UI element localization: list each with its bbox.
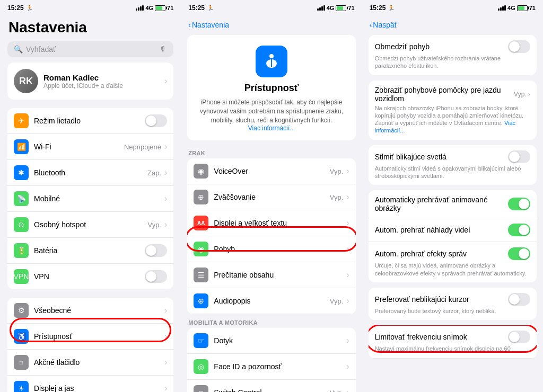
row-label: Všeobecné bbox=[34, 306, 164, 315]
user-profile-card[interactable]: RK Roman Kadlec Apple účet, iCloud+ a ďa… bbox=[7, 63, 173, 100]
stlmit-row[interactable]: Stlmiť blikajúce svetlá Automaticky stlm… bbox=[369, 145, 537, 185]
list-item[interactable]: ⚙ Všeobecné › bbox=[7, 298, 173, 324]
row-label: VPN bbox=[34, 272, 145, 281]
page-title: Nastavenia bbox=[0, 15, 181, 39]
touch-icon: ☞ bbox=[194, 333, 208, 348]
battery-icon bbox=[336, 5, 346, 11]
accessibility-header: Prístupnosť iPhone si môžete prispôsobiť… bbox=[187, 35, 355, 140]
settings-scroll[interactable]: Nastavenia 🔍 Vyhľadať 🎙 RK Roman Kadlec … bbox=[0, 15, 181, 392]
nav-back-label: Naspäť bbox=[373, 21, 397, 29]
accessibility-panel: ‹ Nastavenia Prístupnosť iPhone si môžet… bbox=[181, 15, 362, 392]
faceid-icon: ◎ bbox=[194, 359, 208, 374]
chevron-icon: › bbox=[346, 388, 349, 392]
pohyb-section-4: Automaticky prehrávať animované obrázky … bbox=[369, 190, 537, 282]
action-button-icon: □ bbox=[14, 355, 29, 370]
list-item[interactable]: ✈ Režim lietadlo bbox=[7, 108, 173, 134]
row-desc: Na okrajoch obrazovky iPhonu sa zobrazia… bbox=[375, 104, 530, 135]
list-item[interactable]: 📶 Wi-Fi Nepripojené › bbox=[7, 134, 173, 160]
toggle-video-preview[interactable] bbox=[508, 224, 530, 236]
status-icons-1: 4G 71 bbox=[136, 5, 173, 11]
accessibility-scroll[interactable]: Prístupnosť iPhone si môžete prispôsobiť… bbox=[181, 35, 362, 392]
chevron-icon: › bbox=[164, 358, 167, 367]
svg-point-0 bbox=[269, 54, 274, 58]
chevron-icon: › bbox=[346, 362, 349, 371]
animated-images-row[interactable]: Automaticky prehrávať animované obrázky bbox=[369, 190, 537, 218]
nav-back-button[interactable]: ‹ Nastavenia bbox=[188, 21, 229, 29]
toggle-cursor[interactable] bbox=[508, 293, 530, 306]
pohyb-scroll[interactable]: Obmedziť pohyb Obmedzí pohyb užívateľské… bbox=[362, 35, 543, 392]
list-item[interactable]: □ Akčné tlačidlo › bbox=[7, 350, 173, 376]
obmedzit-pohyb-row[interactable]: Obmedziť pohyb Obmedzí pohyb užívateľské… bbox=[369, 35, 537, 75]
read-content-icon: ☰ bbox=[194, 268, 208, 282]
list-item[interactable]: ✱ Bluetooth Zap. › bbox=[7, 160, 173, 186]
zoom-icon: ⊕ bbox=[194, 190, 208, 204]
switch-control-row[interactable]: ⊞ Switch Control Vyp. › bbox=[187, 380, 355, 392]
list-item[interactable]: ☰ Prečítanie obsahu › bbox=[187, 262, 355, 288]
switch-control-icon: ⊞ bbox=[194, 385, 208, 392]
row-title: Autom. prehrať náhlady videí bbox=[375, 226, 508, 234]
section-label-zrak: ZRAK bbox=[181, 148, 362, 158]
nav-bar-2: ‹ Nastavenia bbox=[181, 15, 362, 35]
video-preview-row[interactable]: Autom. prehrať náhlady videí bbox=[369, 218, 537, 242]
battery-percent: 71 bbox=[167, 5, 173, 11]
toggle-animated[interactable] bbox=[508, 198, 530, 210]
toggle-stlmit[interactable] bbox=[508, 150, 530, 163]
pohyb-row[interactable]: ◉ Pohyb › bbox=[187, 236, 355, 262]
row-label: Dotyk bbox=[214, 336, 346, 345]
list-item[interactable]: ⊙ Osobný hotspot Vyp. › bbox=[7, 212, 173, 238]
panel-2: 15:25 🏃 4G 71 ‹ Nastavenia bbox=[181, 0, 362, 392]
row-label: Prístupnosť bbox=[34, 332, 164, 341]
pohyb-section-1: Obmedziť pohyb Obmedzí pohyb užívateľské… bbox=[369, 35, 537, 75]
list-item[interactable]: ◉ VoiceOver Vyp. › bbox=[187, 158, 355, 184]
message-effects-row[interactable]: Autom. prehrať efekty správ Určuje, či s… bbox=[369, 242, 537, 282]
list-item[interactable]: ☞ Dotyk › bbox=[187, 328, 355, 354]
list-item[interactable]: ⊕ Audiopopis Vyp. › bbox=[187, 288, 355, 314]
row-label: Prečítanie obsahu bbox=[214, 271, 346, 279]
toggle-obmedzit[interactable] bbox=[508, 40, 530, 53]
zrak-section: ◉ VoiceOver Vyp. › ⊕ Zväčšovanie Vyp. › … bbox=[187, 158, 355, 314]
nav-back-label: Nastavenia bbox=[192, 21, 229, 29]
signal-icon bbox=[136, 5, 144, 11]
acc-link[interactable]: Viac informácií... bbox=[248, 124, 295, 132]
list-item[interactable]: 📡 Mobilné › bbox=[7, 186, 173, 212]
chevron-icon: › bbox=[346, 166, 349, 176]
list-item[interactable]: VPN VPN bbox=[7, 264, 173, 289]
status-bar-1: 15:25 🏃 4G 71 bbox=[0, 0, 181, 15]
battery-percent: 71 bbox=[348, 5, 354, 11]
accessibility-icon: ♿ bbox=[14, 329, 29, 344]
limitovat-row[interactable]: Limitovať frekvenciu snímok Nastaví maxi… bbox=[369, 325, 537, 358]
search-bar[interactable]: 🔍 Vyhľadať 🎙 bbox=[7, 41, 173, 57]
toggle-vpn[interactable] bbox=[145, 270, 167, 283]
chevron-icon: › bbox=[346, 218, 349, 228]
cursor-row[interactable]: Preferovať neblikajúci kurzor Preferovan… bbox=[369, 288, 537, 320]
toggle-airplane[interactable] bbox=[145, 114, 167, 127]
list-item[interactable]: 🔋 Batéria bbox=[7, 238, 173, 264]
row-label: Face ID a pozornosť bbox=[214, 362, 346, 371]
row-label: Audiopopis bbox=[214, 297, 329, 305]
jazda-row[interactable]: Zobraziť pohybové pomôcky pre jazdu vozi… bbox=[369, 81, 537, 140]
user-subtitle: Apple účet, iCloud+ a ďalšie bbox=[43, 82, 159, 90]
hotspot-icon: ⊙ bbox=[14, 217, 29, 232]
row-label: Osobný hotspot bbox=[34, 220, 147, 229]
accessibility-row[interactable]: ♿ Prístupnosť › bbox=[7, 324, 173, 350]
list-item[interactable]: ◎ Face ID a pozornosť › bbox=[187, 354, 355, 380]
toggle-limitovat[interactable] bbox=[508, 331, 530, 343]
chevron-icon: › bbox=[346, 192, 349, 202]
battery-percent: 71 bbox=[529, 5, 536, 11]
row-value: Zap. bbox=[147, 169, 161, 177]
mobile-icon: 📡 bbox=[14, 191, 29, 206]
more-link[interactable]: Viac informácií... bbox=[375, 120, 515, 133]
list-item[interactable]: ☀ Displej a jas › bbox=[7, 376, 173, 392]
list-item[interactable]: ⊕ Zväčšovanie Vyp. › bbox=[187, 184, 355, 210]
battery-row-icon: 🔋 bbox=[14, 243, 29, 258]
chevron-icon: › bbox=[164, 332, 167, 341]
status-bar-2: 15:25 🏃 4G 71 bbox=[181, 0, 362, 15]
display-text-icon: AA bbox=[194, 216, 208, 230]
toggle-battery[interactable] bbox=[145, 244, 167, 257]
toggle-msg-effects[interactable] bbox=[508, 247, 530, 260]
settings-section-1: ✈ Režim lietadlo 📶 Wi-Fi Nepripojené › ✱… bbox=[7, 108, 173, 289]
row-title: Preferovať neblikajúci kurzor bbox=[375, 295, 508, 304]
list-item[interactable]: AA Displej a veľkosť textu › bbox=[187, 210, 355, 236]
nav-back-button[interactable]: ‹ Naspäť bbox=[370, 21, 397, 29]
settings-section-2: ⚙ Všeobecné › ♿ Prístupnosť › □ Akčné tl… bbox=[7, 298, 173, 392]
